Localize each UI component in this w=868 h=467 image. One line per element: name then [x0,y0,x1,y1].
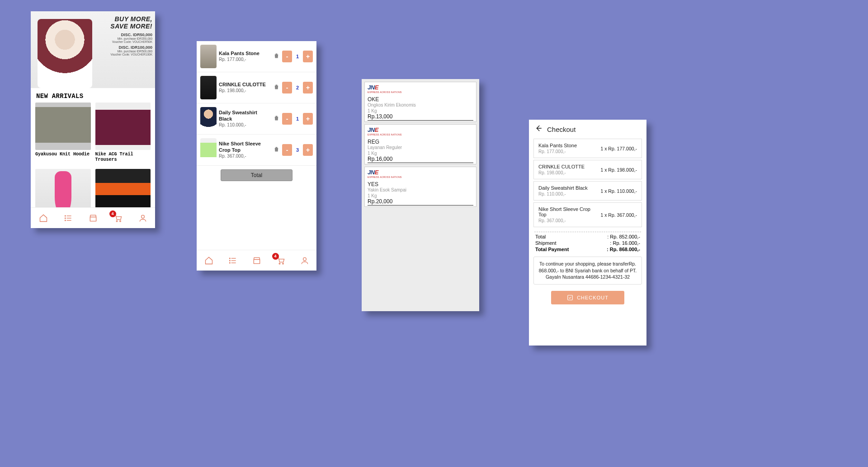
qty-minus-button[interactable]: - [282,113,292,125]
ck-price: Rp. 198.000,- [538,170,585,175]
shipping-option[interactable]: JNE EXPRESS ACROSS NATIONS REG Layanan R… [364,124,476,164]
qty-plus-button[interactable]: + [303,82,313,93]
qty-plus-button[interactable]: + [303,113,313,125]
product-card[interactable] [35,169,91,207]
svg-point-12 [229,258,230,259]
ship-desc: Ongkos Kirim Ekonomis [368,103,473,107]
jne-tagline: EXPRESS ACROSS NATIONS [368,91,473,93]
trash-icon[interactable] [273,84,280,92]
ck-price: Rp. 110.000,- [538,191,588,196]
cart-item-name: CRINKLE CULOTTE [219,82,271,88]
cart-item-image [200,138,217,162]
product-card[interactable] [95,169,151,207]
cart-screen: Kala Pants StoneRp. 177.000,- -1+ CRINKL… [197,41,316,271]
svg-point-17 [303,257,306,261]
qty-plus-button[interactable]: + [303,51,313,62]
svg-point-5 [65,220,66,221]
cart-icon[interactable]: 4 [113,213,123,223]
cart-badge: 4 [272,253,279,260]
product-card[interactable]: Nike ACG Trail Trousers [95,103,151,164]
trash-icon[interactable] [273,146,280,154]
home-icon[interactable] [38,213,48,223]
disc-min-1: Min. purchase IDR500,000 [102,50,152,53]
cart-item-price: Rp. 110.000,- [219,122,271,128]
svg-point-14 [229,262,230,263]
check-icon [567,294,573,301]
cart-list: Kala Pants StoneRp. 177.000,- -1+ CRINKL… [197,41,316,250]
checkout-button[interactable]: CHECKOUT [551,291,624,304]
qty-minus-button[interactable]: - [282,144,292,156]
cart-item-name: Nike Short Sleeve Crop Top [219,141,271,154]
profile-icon[interactable] [138,213,148,223]
qty-minus-button[interactable]: - [282,82,292,93]
product-image [95,169,151,207]
qty-plus-button[interactable]: + [303,144,313,156]
ship-price: Rp.16,000 [368,156,473,163]
ship-weight: 1 Kg [368,151,473,156]
ck-price: Rp. 177.000,- [538,149,577,154]
product-grid: Gyakusou Knit Hoodie Nike ACG Trail Trou… [31,103,155,207]
hero-banner[interactable]: BUY MORE, SAVE MORE! DISC. IDR50,000 Min… [31,11,155,88]
hero-model-image [31,11,99,88]
list-icon[interactable] [63,213,73,223]
shipping-option[interactable]: JNE EXPRESS ACROSS NATIONS OKE Ongkos Ki… [364,82,476,122]
svg-point-3 [65,215,66,216]
tab-bar: 4 [197,250,316,271]
cart-item-name: Kala Pants Stone [219,51,271,57]
product-name: Nike ACG Trail Trousers [95,150,151,164]
ck-name: CRINKLE CULOTTE [538,164,585,169]
summary-total: Total: Rp. 852.000,- [529,234,646,239]
cart-item-price: Rp. 198.000,- [219,88,271,94]
store-icon[interactable] [252,256,262,266]
product-card[interactable]: Gyakusou Knit Hoodie [35,103,91,164]
jne-tagline: EXPRESS ACROSS NATIONS [368,133,473,136]
ck-name: Kala Pants Stone [538,143,577,148]
cart-item-price: Rp. 177.000,- [219,57,271,63]
ship-price: Rp.20,000 [368,198,473,205]
store-icon[interactable] [88,213,98,223]
disc-amount-1: DISC. IDR100,000 [102,45,152,50]
svg-point-8 [141,215,144,218]
list-icon[interactable] [228,256,238,266]
cart-row: Daily Sweatshirt BlackRp. 110.000,- -1+ [197,103,316,135]
trash-icon[interactable] [273,52,280,61]
product-image [35,103,91,150]
section-title: NEW ARRIVALS [31,88,155,103]
payment-note: To continue your shopping, please transf… [533,257,642,285]
trash-icon[interactable] [273,115,280,123]
cart-item-image [200,45,217,68]
checkout-item: Daily Sweatshirt BlackRp. 110.000,- 1 x … [533,181,642,201]
page-title: Checkout [547,126,576,133]
disc-amount-0: DISC. IDR50,000 [102,33,152,37]
qty-minus-button[interactable]: - [282,51,292,62]
checkout-item: CRINKLE CULOTTERp. 198.000,- 1 x Rp. 198… [533,160,642,179]
home-screen: BUY MORE, SAVE MORE! DISC. IDR50,000 Min… [31,11,155,228]
total-button[interactable]: Total [221,169,292,181]
hero-text: BUY MORE, SAVE MORE! DISC. IDR50,000 Min… [99,11,155,88]
ck-line: 1 x Rp. 367.000,- [600,212,637,218]
svg-point-6 [116,220,118,222]
ship-weight: 1 Kg [368,108,473,113]
jne-logo: JNE [368,84,473,91]
ck-name: Daily Sweatshirt Black [538,185,588,191]
checkout-item: Nike Short Sleeve Crop TopRp. 367.000,- … [533,202,642,227]
product-image [95,103,151,150]
qty-value: 3 [293,147,302,153]
shipping-option[interactable]: JNE EXPRESS ACROSS NATIONS YES Yakin Eso… [364,167,476,207]
svg-point-15 [279,263,280,264]
ck-price: Rp. 367.000,- [538,218,598,223]
back-icon[interactable] [534,124,542,134]
svg-rect-18 [568,295,573,300]
svg-point-7 [119,220,121,222]
svg-point-13 [229,260,230,261]
hero-title-2: SAVE MORE! [110,23,152,30]
cart-row: CRINKLE CULOTTERp. 198.000,- -2+ [197,72,316,103]
cart-item-price: Rp. 367.000,- [219,154,271,159]
divider [534,232,641,232]
profile-icon[interactable] [300,256,310,266]
home-icon[interactable] [204,256,214,266]
cart-icon[interactable]: 4 [276,256,286,266]
ship-weight: 1 Kg [368,193,473,198]
jne-logo: JNE [368,126,473,133]
checkout-button-label: CHECKOUT [577,295,609,300]
